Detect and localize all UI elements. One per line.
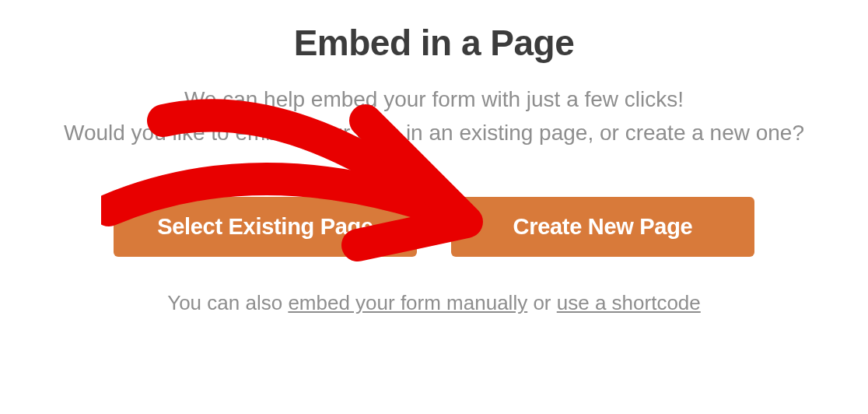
footer-middle: or [527,291,557,314]
use-shortcode-link[interactable]: use a shortcode [557,291,701,314]
button-row: Select Existing Page Create New Page [114,197,754,257]
create-new-page-button[interactable]: Create New Page [451,197,754,257]
footer-prefix: You can also [167,291,288,314]
footer-text: You can also embed your form manually or… [167,291,701,315]
subtitle-line-1: We can help embed your form with just a … [184,87,684,111]
select-existing-page-button[interactable]: Select Existing Page [114,197,417,257]
embed-manually-link[interactable]: embed your form manually [288,291,527,314]
page-title: Embed in a Page [294,22,575,64]
page-subtitle: We can help embed your form with just a … [64,82,804,150]
subtitle-line-2: Would you like to embed your form in an … [64,121,804,145]
